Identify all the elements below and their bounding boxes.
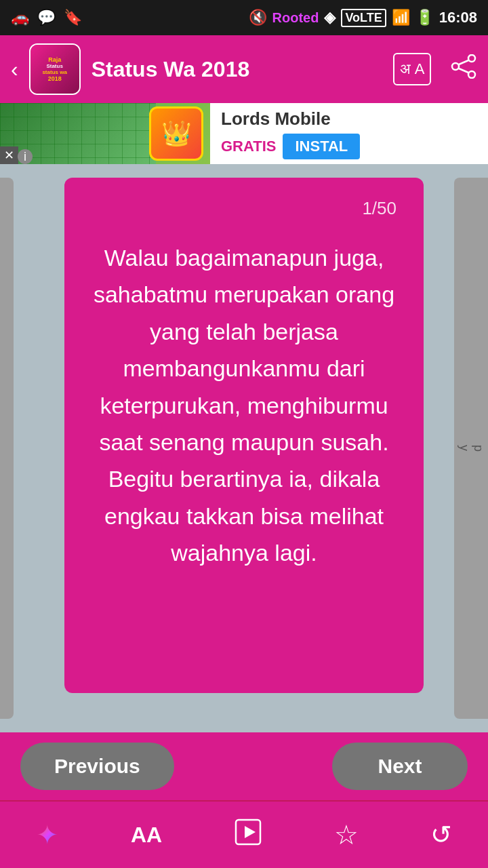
nav-item-play[interactable] <box>234 818 262 852</box>
svg-point-0 <box>468 55 475 62</box>
status-bar-left: 🚗 💬 🔖 <box>11 9 82 26</box>
font-icon: AA <box>131 823 162 848</box>
app-icon: Raja Status status wa 2018 <box>29 43 81 95</box>
signal-4g-icon: 📶 <box>392 9 410 26</box>
car-icon: 🚗 <box>11 9 29 26</box>
svg-point-2 <box>452 63 459 70</box>
nav-item-refresh[interactable]: ↺ <box>430 820 452 850</box>
status-bar-right: 🔇 Rooted ◈ VoLTE 📶 🔋 16:08 <box>249 9 478 27</box>
volte-badge: VoLTE <box>341 9 386 27</box>
ad-gratis-label: GRATIS <box>221 138 276 155</box>
app-icon-inner: Raja Status status wa 2018 <box>30 45 79 94</box>
next-card-peek: py <box>457 445 485 452</box>
clock: 16:08 <box>439 9 477 26</box>
app-header: ‹ Raja Status status wa 2018 Status Wa 2… <box>0 35 488 103</box>
nav-item-glitter[interactable]: ✦ <box>36 819 59 850</box>
side-peek-right: py <box>454 178 488 719</box>
nav-buttons: Previous Next <box>0 732 488 800</box>
ad-close-button[interactable]: ✕ <box>0 146 18 164</box>
back-button[interactable]: ‹ <box>11 57 18 82</box>
share-button[interactable] <box>450 54 477 84</box>
ad-title: Lords Mobile <box>221 108 331 130</box>
page-counter: 1/50 <box>362 198 396 219</box>
battery-icon: 🔋 <box>415 9 434 26</box>
chat-icon: 💬 <box>37 9 56 26</box>
main-content: 1/50 Walau bagaimanapun juga, sahabatmu … <box>0 164 488 732</box>
svg-line-3 <box>459 60 468 64</box>
ad-banner[interactable]: 👑 ✕ i Lords Mobile GRATIS INSTAL <box>0 103 488 164</box>
svg-marker-6 <box>245 826 256 838</box>
previous-button[interactable]: Previous <box>20 743 174 790</box>
ad-game-icon: 👑 <box>149 106 203 161</box>
bookmark-icon: 🔖 <box>64 9 82 26</box>
ad-install-button[interactable]: INSTAL <box>283 134 360 159</box>
translate-button[interactable]: अ A <box>393 53 431 85</box>
play-icon <box>234 818 262 852</box>
ad-text: Lords Mobile GRATIS INSTAL <box>210 108 488 159</box>
status-bar: 🚗 💬 🔖 🔇 Rooted ◈ VoLTE 📶 🔋 16:08 <box>0 0 488 35</box>
quote-text: Walau bagaimanapun juga, sahabatmu merup… <box>92 239 396 572</box>
side-peek-left <box>0 178 14 719</box>
nav-item-font[interactable]: AA <box>131 823 162 848</box>
mute-icon: 🔇 <box>249 9 267 26</box>
next-button[interactable]: Next <box>332 743 468 790</box>
svg-point-1 <box>468 71 475 78</box>
glitter-icon: ✦ <box>36 819 59 850</box>
wifi-icon: ◈ <box>324 9 336 26</box>
bottom-nav: ✦ AA ☆ ↺ <box>0 800 488 868</box>
nav-item-favorite[interactable]: ☆ <box>334 819 359 850</box>
ad-image: 👑 ✕ i <box>0 103 210 164</box>
app-title: Status Wa 2018 <box>92 57 382 82</box>
refresh-icon: ↺ <box>430 820 452 850</box>
quote-card: 1/50 Walau bagaimanapun juga, sahabatmu … <box>64 178 424 693</box>
star-icon: ☆ <box>334 819 359 850</box>
rooted-label: Rooted <box>272 10 319 26</box>
ad-info-button[interactable]: i <box>18 149 33 164</box>
svg-line-4 <box>459 68 468 73</box>
ad-cta: GRATIS INSTAL <box>221 134 360 159</box>
